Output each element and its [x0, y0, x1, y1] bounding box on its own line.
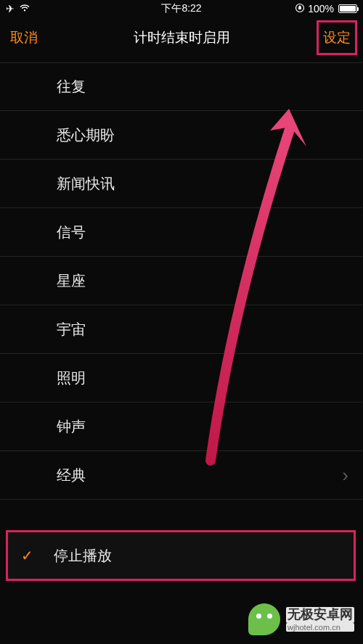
cancel-button[interactable]: 取消 [10, 28, 38, 47]
list-item[interactable]: 钟声 [0, 402, 363, 451]
list-item[interactable]: 星座 [0, 257, 363, 305]
check-icon: ✓ [21, 547, 33, 564]
watermark: 无极安卓网 wjhotel.com.cn [248, 603, 354, 635]
list-item-label: 新闻快讯 [57, 174, 115, 194]
battery-icon [338, 4, 357, 13]
list-item[interactable]: 往复 [0, 62, 363, 111]
list-item[interactable]: 照明 [0, 354, 363, 402]
list-item-label: 钟声 [57, 417, 86, 437]
list-item-label: 信号 [57, 223, 86, 242]
list-item[interactable]: 悉心期盼 [0, 111, 363, 160]
list-item[interactable]: 宇宙 [0, 305, 363, 354]
watermark-main: 无极安卓网 [286, 607, 354, 623]
nav-bar: 取消 计时结束时启用 设定 [0, 17, 363, 58]
wifi-icon [19, 3, 30, 15]
sound-list[interactable]: 往复悉心期盼新闻快讯信号星座宇宙照明钟声经典› [0, 62, 363, 500]
status-bar: ✈ 下午8:22 100% [0, 0, 363, 17]
list-item-label: 经典 [57, 466, 86, 485]
status-time: 下午8:22 [161, 2, 201, 15]
stop-playing-label: 停止播放 [54, 546, 112, 566]
list-item-label: 宇宙 [57, 320, 86, 339]
stop-playing-row[interactable]: ✓ 停止播放 [6, 530, 356, 581]
list-item[interactable]: 信号 [0, 208, 363, 257]
chevron-right-icon: › [342, 464, 348, 487]
list-item-label: 照明 [57, 368, 86, 388]
battery-pct: 100% [308, 3, 334, 15]
set-button[interactable]: 设定 [323, 30, 351, 45]
list-item[interactable]: 经典› [0, 451, 363, 500]
airplane-icon: ✈ [6, 3, 15, 15]
list-item[interactable]: 新闻快讯 [0, 160, 363, 208]
watermark-logo-icon [248, 603, 280, 635]
list-item-label: 往复 [57, 77, 86, 96]
page-title: 计时结束时启用 [134, 28, 230, 47]
list-item-label: 悉心期盼 [57, 125, 115, 145]
set-button-highlight: 设定 [317, 20, 357, 55]
list-item-label: 星座 [57, 271, 86, 291]
orientation-lock-icon [295, 3, 305, 15]
watermark-sub: wjhotel.com.cn [286, 623, 354, 632]
